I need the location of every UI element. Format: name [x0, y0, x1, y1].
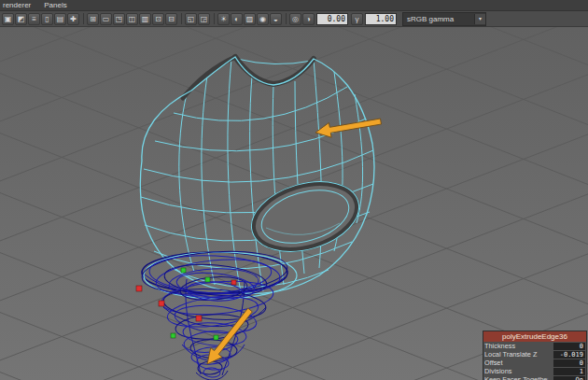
view-transform-value: sRGB gamma	[403, 15, 474, 23]
exposure-icon[interactable]: ◑	[302, 13, 315, 25]
xray-icon[interactable]: ◒	[270, 13, 282, 25]
chevron-down-icon[interactable]: ▾	[474, 14, 485, 24]
gate-mask-icon[interactable]: ◫	[126, 13, 138, 25]
attr-value-field[interactable]: 1	[553, 368, 585, 375]
image-plane-icon[interactable]: ▤	[54, 13, 66, 25]
resolution-gate-icon[interactable]: ◳	[113, 13, 125, 25]
attr-row-thickness: Thickness 0	[483, 342, 586, 350]
vertex-red[interactable]	[196, 316, 202, 321]
camera-lock-icon[interactable]: ◩	[15, 13, 27, 25]
attr-label: Divisions	[484, 367, 548, 374]
field-chart-icon[interactable]: ▥	[139, 13, 151, 25]
bookmark-icon[interactable]: ▯	[41, 13, 53, 25]
attr-label: Local Translate Z	[484, 350, 548, 358]
viewport-toolbar: ▣◩≡▯▤✚⊞▭◳◫▥⊡⊟◱◲☀◐▨◉◒◎ ◑ γ sRGB gamma ▾	[0, 11, 588, 27]
lighting-icon[interactable]: ☀	[217, 13, 230, 25]
attr-value-field[interactable]: -0.019	[553, 351, 585, 359]
rim-edge-band	[183, 57, 235, 98]
attr-label: Offset	[484, 359, 548, 366]
vertex-green[interactable]	[171, 333, 175, 338]
vertex-green[interactable]	[205, 277, 210, 282]
channel-box-panel: polyExtrudeEdge36 Thickness 0 Local Tran…	[483, 331, 587, 380]
toolbar-separator	[83, 13, 84, 24]
grid-icon[interactable]: ⊞	[87, 13, 99, 25]
safe-action-icon[interactable]: ⊡	[152, 13, 164, 25]
isolate-select-icon[interactable]: ◎	[289, 13, 301, 25]
vertex-red[interactable]	[159, 301, 164, 306]
camera-icon[interactable]: ▣	[2, 13, 14, 25]
menu-item-renderer[interactable]: renderer	[3, 0, 31, 10]
vertex-green[interactable]	[181, 268, 186, 273]
vertex-red[interactable]	[231, 280, 236, 285]
shading-icon[interactable]: ◐	[231, 13, 243, 25]
attr-label: Keep Faces Together	[484, 375, 548, 380]
scene-canvas[interactable]	[0, 27, 588, 380]
vertex-red[interactable]	[136, 286, 142, 291]
vertex-green[interactable]	[214, 335, 218, 340]
textured-icon[interactable]: ▨	[244, 13, 256, 25]
gamma-field[interactable]	[365, 13, 397, 25]
attr-label: Thickness	[484, 342, 548, 349]
annotation-arrow-upper	[315, 119, 382, 137]
attr-value-field[interactable]: 0	[553, 359, 585, 367]
attr-row-keep-faces-together: Keep Faces Together On	[483, 375, 586, 380]
menu-item-panels[interactable]: Panels	[44, 0, 66, 10]
attr-row-divisions: Divisions 1	[483, 367, 586, 375]
safe-title-icon[interactable]: ⊟	[165, 13, 177, 25]
attr-row-offset: Offset 0	[483, 359, 586, 367]
exposure-field[interactable]	[316, 13, 348, 25]
attr-value-field[interactable]: 0	[553, 343, 585, 350]
toolbar-separator	[181, 13, 182, 24]
attr-value-field[interactable]: On	[553, 376, 585, 380]
gamma-icon[interactable]: γ	[351, 13, 363, 25]
toolbar-separator	[214, 13, 215, 24]
frame-selected-icon[interactable]: ◲	[198, 13, 210, 25]
attr-row-local-translate-z: Local Translate Z -0.019	[483, 350, 586, 359]
camera-attributes-icon[interactable]: ≡	[28, 13, 40, 25]
pan-zoom-icon[interactable]: ✚	[67, 13, 79, 25]
toolbar-separator	[286, 13, 287, 24]
viewport[interactable]: polyExtrudeEdge36 Thickness 0 Local Tran…	[0, 27, 588, 380]
film-gate-icon[interactable]: ▭	[100, 13, 112, 25]
view-transform-dropdown[interactable]: sRGB gamma ▾	[402, 12, 486, 26]
toolbar-icon-strip: ▣◩≡▯▤✚⊞▭◳◫▥⊡⊟◱◲☀◐▨◉◒◎	[2, 13, 302, 25]
frame-all-icon[interactable]: ◱	[185, 13, 197, 25]
panel-menu-bar: renderer Panels	[0, 0, 588, 11]
node-name[interactable]: polyExtrudeEdge36	[483, 331, 586, 342]
wireframe-on-shaded-icon[interactable]: ◉	[257, 13, 269, 25]
